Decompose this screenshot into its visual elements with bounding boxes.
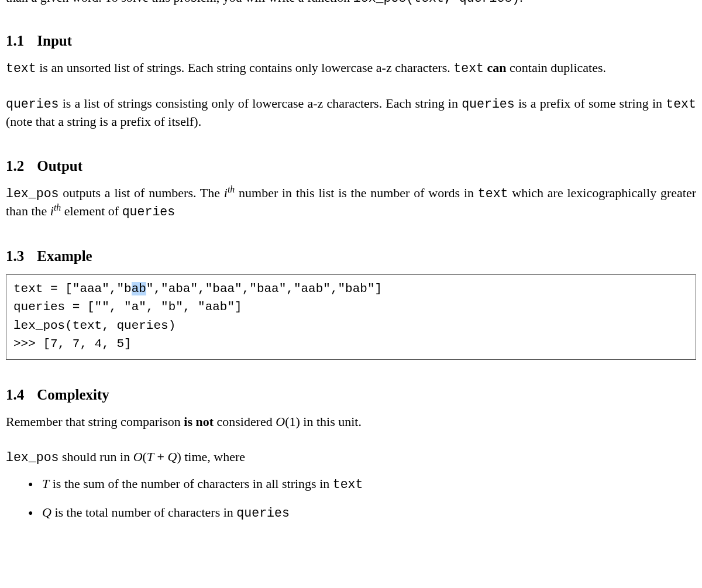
section-title: Output — [37, 158, 82, 174]
list-item: T is the sum of the number of characters… — [28, 475, 696, 493]
input-paragraph-2: queries is a list of strings consisting … — [6, 95, 696, 131]
section-heading-output: 1.2Output — [6, 156, 696, 176]
code-line-1b: ","aba","baa","baa","aab","bab"] — [146, 282, 382, 295]
partial-top-post: . — [519, 0, 523, 5]
math-Q: Q — [168, 449, 177, 464]
code-queries: queries — [6, 97, 59, 111]
section-number: 1.2 — [6, 158, 24, 174]
code-line-2: queries = ["", "a", "b", "aab"] — [13, 300, 242, 314]
section-heading-input: 1.1Input — [6, 30, 696, 51]
section-title: Complexity — [37, 387, 109, 403]
code-text: text — [478, 187, 508, 201]
list-item: Q is the total number of characters in q… — [28, 504, 696, 522]
section-heading-example: 1.3Example — [6, 246, 696, 266]
math-th: th — [228, 184, 235, 194]
code-line-3: lex_pos(text, queries) — [13, 319, 176, 332]
code-text: text — [453, 61, 484, 75]
section-number: 1.4 — [6, 387, 24, 403]
math-arg: (1) — [285, 414, 300, 429]
code-line-4: >>> [7, 7, 4, 5] — [13, 337, 132, 350]
bold-isnot: is not — [184, 414, 214, 429]
complexity-bullet-list: T is the sum of the number of characters… — [28, 475, 696, 522]
math-T: T — [42, 476, 49, 491]
section-title: Example — [37, 248, 92, 264]
code-queries: queries — [462, 97, 515, 111]
code-text: text — [6, 61, 36, 75]
code-queries: queries — [236, 506, 290, 520]
code-lexpos: lex_pos — [6, 187, 59, 201]
section-number: 1.1 — [6, 33, 24, 49]
paren-close: ) — [177, 449, 181, 464]
bold-can: can — [487, 60, 507, 75]
output-paragraph: lex_pos outputs a list of numbers. The i… — [6, 184, 696, 221]
example-code-block: text = ["aaa","bab","aba","baa","baa","a… — [6, 274, 696, 360]
math-plus: + — [154, 449, 167, 464]
partial-top-code: lex_pos(text, queries) — [353, 0, 519, 5]
code-line-1a: text = ["aaa","b — [13, 282, 132, 295]
complexity-paragraph-1: Remember that string comparison is not c… — [6, 413, 696, 431]
input-paragraph-1: text is an unsorted list of strings. Eac… — [6, 59, 696, 77]
section-number: 1.3 — [6, 248, 24, 264]
math-th: th — [54, 202, 61, 212]
code-text: text — [666, 97, 696, 111]
complexity-paragraph-2: lex_pos should run in O(T + Q) time, whe… — [6, 448, 696, 466]
math-bigO: O — [133, 449, 143, 464]
partial-top-pre: than a given word. To solve this problem… — [6, 0, 353, 5]
section-title: Input — [37, 33, 72, 49]
code-text: text — [333, 477, 363, 491]
math-Q: Q — [42, 505, 51, 520]
paren-open: ( — [143, 449, 147, 464]
code-lexpos: lex_pos — [6, 451, 59, 465]
highlighted-text: ab — [132, 282, 146, 295]
code-queries: queries — [122, 205, 176, 219]
math-bigO: O — [276, 414, 285, 429]
section-heading-complexity: 1.4Complexity — [6, 384, 696, 405]
math-T: T — [147, 449, 154, 464]
partial-top-line: than a given word. To solve this problem… — [6, 0, 696, 6]
